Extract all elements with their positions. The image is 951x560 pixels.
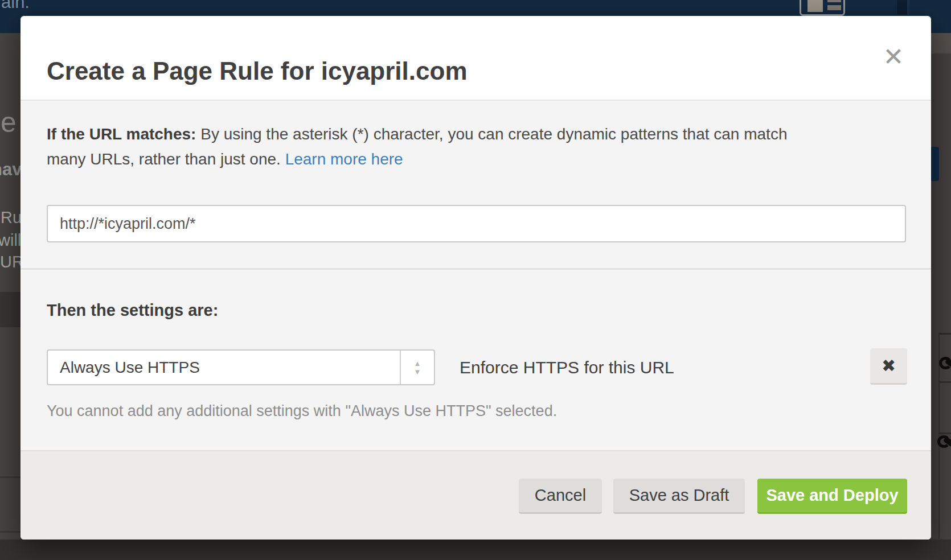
- chevron-up-icon: ▲: [414, 360, 421, 367]
- url-pattern-input[interactable]: [47, 205, 906, 242]
- url-match-description: If the URL matches: By using the asteris…: [47, 122, 867, 172]
- background-text-fragment: e: [1, 106, 17, 139]
- background-subheader-band: [931, 33, 951, 53]
- dialog-body: If the URL matches: By using the asteris…: [21, 100, 931, 450]
- cancel-button[interactable]: Cancel: [519, 479, 602, 514]
- wrench-icon: [939, 353, 951, 370]
- chevron-down-icon: ▼: [414, 368, 421, 376]
- remove-x-icon: ✖: [882, 356, 896, 375]
- background-text-fragment: nav: [0, 159, 21, 180]
- select-stepper-icon[interactable]: ▲ ▼: [401, 351, 434, 384]
- save-as-draft-button[interactable]: Save as Draft: [613, 479, 745, 514]
- settings-note: You cannot add any additional settings w…: [47, 402, 557, 420]
- wrench-icon: [937, 431, 951, 448]
- save-and-deploy-button[interactable]: Save and Deploy: [757, 479, 907, 514]
- setting-select-value: Always Use HTTPS: [60, 351, 200, 384]
- background-row-divider: [0, 476, 21, 478]
- setting-description: Enforce HTTPS for this URL: [460, 349, 674, 385]
- create-page-rule-dialog: Create a Page Rule for icyapril.com ✕ If…: [21, 16, 931, 540]
- dialog-title: Create a Page Rule for icyapril.com: [47, 57, 468, 85]
- view-toggle-icon: [800, 0, 845, 16]
- learn-more-link[interactable]: Learn more here: [285, 150, 403, 168]
- background-row-divider: [0, 531, 21, 533]
- list-view-icon: [827, 0, 841, 2]
- grid-view-icon: [807, 0, 823, 12]
- settings-heading: Then the settings are:: [47, 301, 218, 320]
- background-bottom-strip: [0, 540, 951, 560]
- background-row-divider: [938, 381, 951, 383]
- setting-select[interactable]: Always Use HTTPS ▲ ▼: [47, 349, 435, 385]
- background-table-header-band: [0, 292, 21, 327]
- background-text-fragment: Ru: [1, 208, 21, 227]
- background-navbar-text-fragment: ain.: [1, 0, 30, 13]
- dialog-footer: Cancel Save as Draft Save and Deploy: [21, 450, 931, 540]
- url-match-label: If the URL matches:: [47, 125, 196, 143]
- remove-setting-button[interactable]: ✖: [870, 348, 907, 385]
- background-text-fragment: will: [0, 231, 21, 250]
- navbar-partial-icon: [897, 0, 909, 15]
- background-blue-button-edge: [931, 147, 939, 181]
- background-page-left-edge: e nav Ru will UR: [0, 33, 21, 540]
- section-divider: [21, 268, 931, 270]
- url-match-text-line1: By using the asterisk (*) character, you…: [196, 125, 787, 143]
- url-match-text-line2: many URLs, rather than just one.: [47, 150, 285, 168]
- background-page-right-edge: [931, 33, 951, 560]
- list-view-icon: [827, 5, 841, 10]
- background-text-fragment: UR: [0, 253, 21, 271]
- close-icon[interactable]: ✕: [878, 41, 909, 73]
